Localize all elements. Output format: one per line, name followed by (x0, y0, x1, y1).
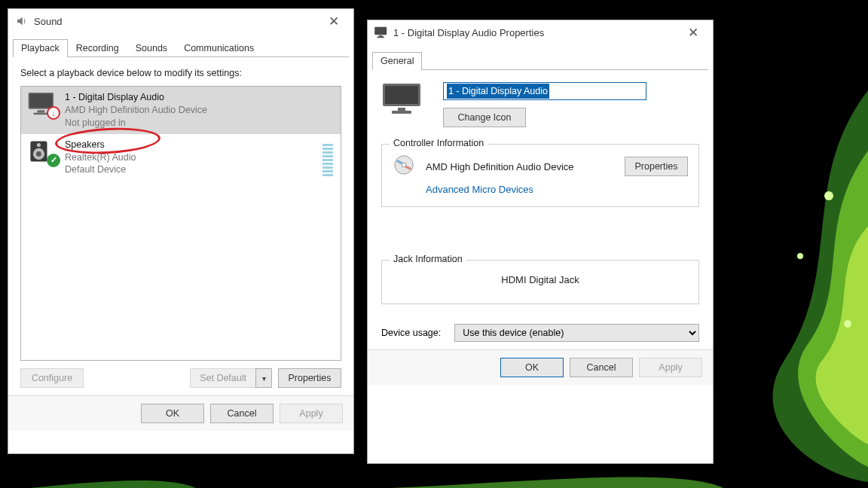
chevron-down-icon[interactable]: ▾ (255, 368, 272, 388)
tab-sounds[interactable]: Sounds (127, 39, 176, 57)
svg-point-10 (36, 151, 41, 157)
device-status: Default Device (65, 163, 136, 176)
set-default-split[interactable]: Set Default ▾ (190, 368, 272, 388)
tab-communications[interactable]: Communications (176, 39, 262, 57)
cancel-button[interactable]: Cancel (570, 358, 633, 377)
speaker-icon: ✓ (27, 139, 57, 164)
cd-icon (393, 154, 415, 179)
properties-button[interactable]: Properties (278, 368, 341, 388)
controller-info-group: Controller Information AMD High Definiti… (381, 144, 699, 207)
svg-point-3 (844, 320, 851, 328)
properties-window: 1 - Digital Display Audio Properties ✕ G… (367, 20, 714, 464)
default-badge-icon: ✓ (47, 154, 60, 167)
svg-rect-18 (392, 111, 411, 114)
device-usage-label: Device usage: (381, 328, 441, 338)
vendor-link[interactable]: Advanced Micro Devices (426, 184, 533, 195)
device-status: Not plugged in (65, 117, 207, 130)
configure-button[interactable]: Configure (20, 368, 84, 388)
playback-instruction: Select a playback device below to modify… (20, 68, 341, 78)
device-row-speakers[interactable]: ✓ Speakers Realtek(R) Audio Default Devi… (21, 134, 341, 181)
device-name: Speakers (65, 139, 136, 151)
svg-point-11 (37, 143, 41, 147)
sound-titlebar[interactable]: Sound ✕ (8, 9, 353, 33)
props-tabs: General (372, 49, 708, 70)
svg-rect-13 (379, 35, 383, 37)
sound-footer: OK Cancel Apply (8, 395, 353, 431)
unplugged-badge-icon: ↓ (47, 106, 60, 120)
device-row-hdmi[interactable]: ↓ 1 - Digital Display Audio AMD High Def… (21, 87, 341, 134)
jack-info-group: Jack Information HDMI Digital Jack (381, 260, 699, 304)
sound-tabs: Playback Recording Sounds Communications (13, 36, 349, 57)
sound-window: Sound ✕ Playback Recording Sounds Commun… (8, 8, 354, 454)
device-driver: Realtek(R) Audio (65, 151, 136, 164)
props-title: 1 - Digital Display Audio Properties (393, 27, 544, 38)
cancel-button[interactable]: Cancel (210, 404, 274, 423)
props-footer: OK Cancel Apply (368, 349, 713, 385)
apply-button[interactable]: Apply (280, 404, 343, 423)
close-icon[interactable]: ✕ (319, 11, 349, 32)
level-meter (322, 140, 333, 176)
apply-button[interactable]: Apply (639, 358, 702, 377)
svg-rect-5 (29, 94, 52, 108)
device-usage-select[interactable]: Use this device (enable) (454, 324, 699, 342)
controller-name: AMD High Definition Audio Device (426, 161, 614, 172)
sound-icon (14, 14, 29, 29)
sound-title: Sound (34, 16, 63, 27)
controller-legend: Controller Information (390, 138, 487, 148)
monitor-icon (374, 25, 389, 40)
svg-point-2 (797, 253, 803, 259)
svg-rect-14 (377, 37, 384, 38)
ok-button[interactable]: OK (500, 358, 564, 377)
tab-playback[interactable]: Playback (13, 39, 68, 57)
device-name-value: 1 - Digital Display Audio (447, 84, 549, 99)
tab-general[interactable]: General (372, 52, 422, 70)
controller-properties-button[interactable]: Properties (625, 157, 688, 176)
tab-recording[interactable]: Recording (68, 39, 127, 57)
jack-legend: Jack Information (390, 254, 466, 264)
props-titlebar[interactable]: 1 - Digital Display Audio Properties ✕ (368, 20, 713, 44)
svg-rect-12 (374, 27, 387, 35)
close-icon[interactable]: ✕ (678, 22, 708, 43)
device-driver: AMD High Definition Audio Device (65, 104, 207, 117)
change-icon-button[interactable]: Change Icon (443, 108, 526, 127)
jack-value: HDMI Digital Jack (393, 270, 688, 293)
monitor-icon: ↓ (27, 91, 57, 117)
svg-point-1 (824, 191, 833, 200)
device-list[interactable]: ↓ 1 - Digital Display Audio AMD High Def… (20, 86, 341, 361)
device-name-input[interactable]: 1 - Digital Display Audio (443, 82, 646, 100)
device-name: 1 - Digital Display Audio (65, 91, 207, 104)
device-large-icon (381, 82, 423, 114)
svg-rect-17 (398, 108, 405, 111)
set-default-button[interactable]: Set Default (190, 368, 255, 388)
svg-rect-6 (37, 110, 44, 112)
ok-button[interactable]: OK (141, 404, 204, 423)
svg-rect-16 (385, 86, 418, 104)
